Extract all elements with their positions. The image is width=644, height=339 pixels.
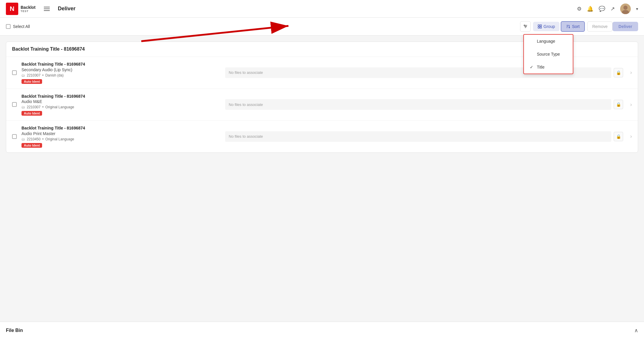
sort-option-language[interactable]: Language	[524, 35, 573, 48]
group-title: Backlot Training Title - 81696874	[12, 46, 85, 51]
calendar-icon-1: 🗂	[21, 73, 25, 77]
avatar[interactable]	[620, 4, 631, 14]
settings-icon[interactable]: ⚙	[577, 6, 582, 12]
toolbar: Select All Group Sort Remove Deliver	[0, 18, 644, 36]
chevron-right-3[interactable]: ›	[630, 133, 632, 139]
item-checkbox-1[interactable]	[12, 70, 17, 75]
external-link-icon[interactable]: ↗	[610, 6, 615, 12]
sort-option-title[interactable]: ✓ Title	[524, 61, 573, 74]
item-title-1: Backlot Training Title - 81696874	[21, 62, 220, 67]
bell-icon[interactable]: 🔔	[587, 6, 593, 12]
item-info-1: Backlot Training Title - 81696874 Second…	[21, 62, 220, 84]
deliver-button[interactable]: Deliver	[613, 22, 638, 31]
remove-button[interactable]: Remove	[587, 21, 613, 31]
chevron-right-1[interactable]: ›	[630, 69, 632, 76]
item-meta-id-3: 2210450	[27, 137, 41, 141]
sort-label: Sort	[572, 24, 580, 29]
svg-rect-9	[540, 25, 542, 26]
svg-point-1	[623, 6, 628, 10]
item-subtitle-1: Secondary Audio (Lip Sync)	[21, 67, 220, 72]
brand-subtitle: TEST	[21, 10, 36, 13]
item-meta-2: 🗂 2210307 • Original Language	[21, 105, 220, 109]
item-subtitle-2: Audio M&E	[21, 99, 220, 104]
hamburger-menu[interactable]	[42, 4, 52, 13]
header-icons: ⚙ 🔔 💬 ↗ ▾	[577, 4, 638, 14]
lock-icon-3[interactable]: 🔒	[614, 132, 623, 141]
item-meta-lang-2: Original Language	[45, 105, 74, 109]
item-info-2: Backlot Training Title - 81696874 Audio …	[21, 94, 220, 116]
select-all-checkbox[interactable]	[6, 24, 11, 29]
lock-icon-2[interactable]: 🔒	[614, 100, 623, 109]
file-area-2: No files to associate 🔒	[225, 99, 623, 110]
brand-block: Backlot TEST	[21, 5, 36, 13]
svg-rect-10	[538, 27, 540, 28]
item-meta-1: 🗂 2210307 • Danish (da)	[21, 73, 220, 77]
file-input-2[interactable]: No files to associate	[225, 99, 611, 110]
group-button[interactable]: Group	[533, 22, 560, 31]
sort-option-language-label: Language	[537, 39, 555, 44]
select-all-wrap[interactable]: Select All	[6, 24, 30, 29]
group-label: Group	[544, 24, 555, 29]
item-meta-lang-1: Danish (da)	[45, 73, 64, 77]
sort-button[interactable]: Sort	[561, 21, 585, 32]
lock-icon-1[interactable]: 🔒	[614, 68, 623, 77]
calendar-icon-3: 🗂	[21, 137, 25, 141]
list-item: Backlot Training Title - 81696874 Audio …	[6, 121, 638, 152]
select-all-label: Select All	[13, 24, 30, 29]
calendar-icon-2: 🗂	[21, 105, 25, 109]
chevron-right-2[interactable]: ›	[630, 102, 632, 108]
sort-dropdown: Language Source Type ✓ Title	[523, 34, 573, 74]
item-meta-lang-3: Original Language	[45, 137, 74, 141]
item-title-3: Backlot Training Title - 81696874	[21, 125, 220, 131]
item-meta-id-1: 2210307	[27, 73, 41, 77]
item-info-3: Backlot Training Title - 81696874 Audio …	[21, 125, 220, 148]
chat-icon[interactable]: 💬	[599, 6, 605, 12]
list-item: Backlot Training Title - 81696874 Audio …	[6, 89, 638, 121]
auto-ident-badge-3: Auto Ident	[21, 143, 42, 148]
item-checkbox-3[interactable]	[12, 134, 17, 139]
item-meta-3: 🗂 2210450 • Original Language	[21, 137, 220, 141]
svg-rect-8	[538, 25, 540, 26]
sort-option-source-type-label: Source Type	[537, 52, 560, 56]
item-title-2: Backlot Training Title - 81696874	[21, 94, 220, 99]
item-subtitle-3: Audio Print Master	[21, 131, 220, 136]
item-checkbox-2[interactable]	[12, 102, 17, 107]
app-header: N Backlot TEST Deliver ⚙ 🔔 💬 ↗ ▾	[0, 0, 644, 18]
netflix-logo: N	[6, 3, 18, 15]
sort-option-title-label: Title	[537, 65, 545, 69]
sort-option-source-type[interactable]: Source Type	[524, 48, 573, 61]
file-area-3: No files to associate 🔒	[225, 131, 623, 142]
auto-ident-badge-1: Auto Ident	[21, 79, 42, 84]
svg-rect-11	[540, 27, 542, 28]
brand-name: Backlot	[21, 5, 36, 10]
avatar-chevron[interactable]: ▾	[636, 6, 638, 11]
item-meta-id-2: 2210307	[27, 105, 41, 109]
svg-point-6	[524, 25, 525, 26]
file-input-3[interactable]: No files to associate	[225, 131, 611, 142]
auto-ident-badge-2: Auto Ident	[21, 111, 42, 116]
page-title: Deliver	[58, 6, 76, 12]
group-sort-buttons: Group Sort	[533, 21, 585, 32]
filter-button[interactable]	[520, 21, 531, 32]
svg-point-7	[525, 26, 526, 27]
